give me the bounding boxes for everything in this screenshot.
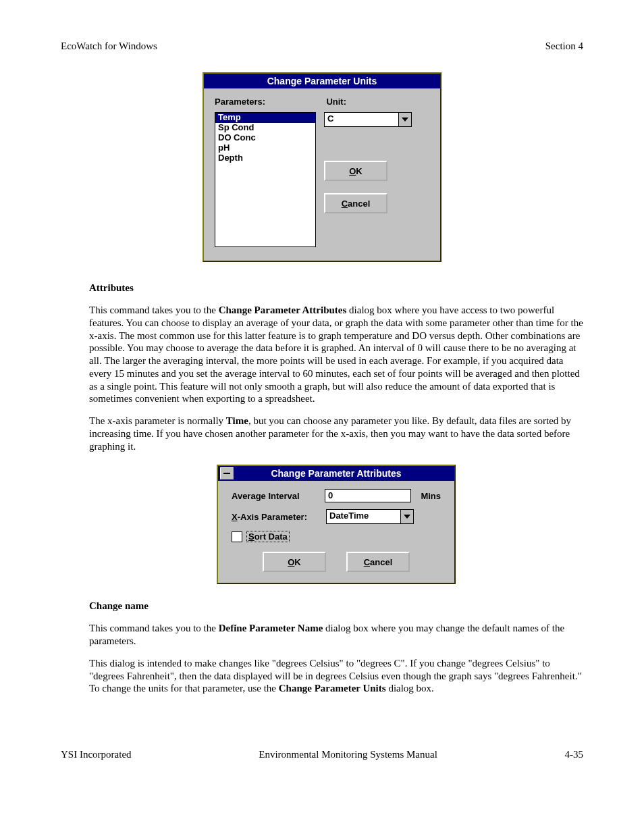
- average-interval-input[interactable]: 0: [325, 489, 411, 502]
- sort-data-checkbox[interactable]: [232, 531, 242, 542]
- system-menu-icon[interactable]: [220, 467, 234, 479]
- parameters-listbox[interactable]: Temp Sp Cond DO Conc pH Depth: [215, 112, 316, 247]
- dialog-title: Change Parameter Units: [204, 74, 440, 88]
- footer-left: YSI Incorporated: [61, 749, 132, 760]
- chevron-down-icon[interactable]: [400, 510, 413, 523]
- mins-label: Mins: [421, 491, 441, 501]
- attributes-para-1: This command takes you to the Change Par…: [89, 304, 583, 405]
- list-item[interactable]: DO Conc: [215, 133, 315, 143]
- list-item[interactable]: Temp: [215, 113, 315, 123]
- list-item[interactable]: pH: [215, 143, 315, 153]
- attributes-heading: Attributes: [89, 282, 583, 294]
- x-axis-value: DateTime: [327, 510, 400, 523]
- cancel-button[interactable]: Cancel: [346, 552, 410, 572]
- footer-right: 4-35: [565, 749, 584, 760]
- ok-button[interactable]: OK: [263, 552, 326, 572]
- x-axis-parameter-dropdown[interactable]: DateTime: [326, 509, 414, 524]
- unit-dropdown[interactable]: C: [324, 112, 412, 127]
- header-left: EcoWatch for Windows: [61, 41, 157, 52]
- attributes-para-2: The x-axis parameter is normally Time, b…: [89, 415, 583, 452]
- change-parameter-units-dialog: Change Parameter Units Parameters: Unit:…: [203, 72, 441, 262]
- ok-button[interactable]: OK: [324, 161, 387, 181]
- footer-center: Environmental Monitoring Systems Manual: [132, 749, 565, 760]
- list-item[interactable]: Depth: [215, 153, 315, 163]
- change-name-para-2: This dialog is intended to make changes …: [89, 657, 583, 695]
- chevron-down-icon[interactable]: [398, 113, 411, 126]
- unit-value: C: [325, 113, 398, 126]
- x-axis-parameter-label: X-Axis Parameter:: [232, 512, 326, 522]
- dialog-title: Change Parameter Attributes: [218, 466, 454, 481]
- unit-label: Unit:: [326, 97, 429, 107]
- change-name-heading: Change name: [89, 600, 583, 612]
- list-item[interactable]: Sp Cond: [215, 123, 315, 133]
- sort-data-label: Sort Data: [246, 531, 290, 542]
- parameters-label: Parameters:: [215, 97, 318, 107]
- change-parameter-attributes-dialog: Change Parameter Attributes Average Inte…: [217, 465, 456, 584]
- average-interval-label: Average Interval: [232, 491, 325, 501]
- header-right: Section 4: [545, 41, 583, 52]
- cancel-button[interactable]: Cancel: [324, 193, 387, 213]
- change-name-para-1: This command takes you to the Define Par…: [89, 622, 583, 648]
